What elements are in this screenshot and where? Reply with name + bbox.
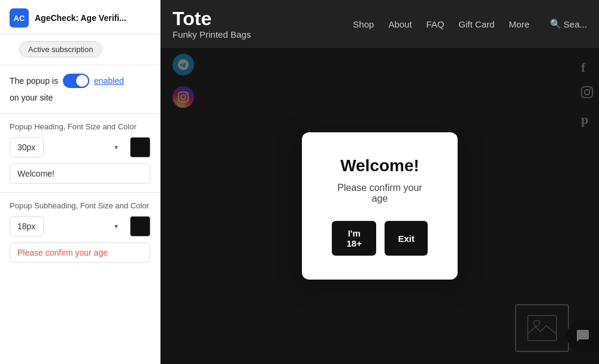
site-logo-sub: Funky Printed Bags [173, 29, 251, 40]
nav-faq[interactable]: FAQ [426, 19, 444, 29]
subheading-text-input[interactable] [10, 242, 150, 263]
confirm-age-button[interactable]: I'm 18+ [332, 221, 376, 256]
age-modal-overlay: Welcome! Please confirm your age I'm 18+… [161, 48, 599, 364]
subheading-color-swatch[interactable] [130, 216, 150, 236]
popup-subheading-label: Popup Subheading, Font Size and Color [10, 201, 150, 210]
nav-more[interactable]: More [509, 19, 530, 29]
nav-gift-card[interactable]: Gift Card [459, 19, 495, 29]
site-content: f p Welcome! Please confirm your age [161, 48, 599, 364]
heading-font-size-select[interactable]: 30px [10, 137, 44, 157]
exit-button[interactable]: Exit [385, 221, 428, 256]
age-modal: Welcome! Please confirm your age I'm 18+… [302, 132, 458, 280]
subheading-font-size-select[interactable]: 18px [10, 216, 44, 236]
popup-toggle[interactable] [63, 74, 89, 88]
sidebar-header: AC AgeCheck: Age Verifi... [0, 0, 160, 34]
popup-heading-label: Popup Heading, Font Size and Color [10, 122, 150, 131]
sidebar-app-name: AgeCheck: Age Verifi... [35, 13, 126, 23]
search-label: Sea... [564, 19, 587, 29]
heading-font-size-row: 30px [10, 137, 150, 157]
popup-heading-section: Popup Heading, Font Size and Color 30px [0, 122, 160, 190]
site-logo: Tote Funky Printed Bags [173, 9, 251, 40]
nav-shop[interactable]: Shop [353, 19, 374, 29]
popup-enabled-section: The popup is enabled on your site [0, 74, 160, 111]
age-modal-title: Welcome! [332, 156, 428, 175]
site-nav: Tote Funky Printed Bags Shop About FAQ G… [161, 0, 599, 48]
popup-subheading-section: Popup Subheading, Font Size and Color 18… [0, 201, 160, 269]
subscription-badge[interactable]: Active subscription [19, 41, 102, 57]
subheading-font-size-row: 18px [10, 216, 150, 236]
popup-enabled-row: The popup is enabled on your site [10, 74, 150, 102]
divider-3 [0, 192, 160, 193]
sidebar: AC AgeCheck: Age Verifi... Active subscr… [0, 0, 161, 364]
site-logo-name: Tote [173, 9, 251, 28]
popup-enabled-text: The popup is [10, 76, 58, 86]
divider-1 [0, 65, 160, 65]
heading-color-swatch[interactable] [130, 137, 150, 157]
age-modal-subtitle: Please confirm your age [332, 183, 428, 204]
nav-about[interactable]: About [388, 19, 412, 29]
age-modal-buttons: I'm 18+ Exit [332, 221, 428, 256]
site-nav-links: Shop About FAQ Gift Card More 🔍 Sea... [353, 19, 587, 29]
heading-font-size-wrapper: 30px [10, 137, 124, 157]
search-area[interactable]: 🔍 Sea... [550, 19, 587, 29]
subheading-font-size-wrapper: 18px [10, 216, 124, 236]
search-icon: 🔍 [550, 19, 561, 29]
on-your-site-text: on your site [10, 93, 53, 102]
divider-2 [0, 113, 160, 114]
enabled-link[interactable]: enabled [94, 76, 124, 86]
main-content: Tote Funky Printed Bags Shop About FAQ G… [161, 0, 599, 364]
heading-text-input[interactable] [10, 163, 150, 184]
sidebar-logo: AC [10, 8, 29, 28]
